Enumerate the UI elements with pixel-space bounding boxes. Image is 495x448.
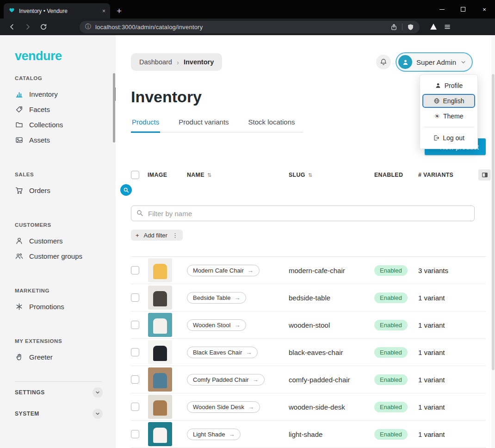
address-bar[interactable]: ⓘ localhost:3000/admin/catalog/inventory xyxy=(80,21,420,33)
filter-by-name-input[interactable] xyxy=(131,205,475,221)
column-header-slug[interactable]: SLUG⇅ xyxy=(289,172,374,178)
table-row: Wooden Side Desk→ wooden-side-desk Enabl… xyxy=(131,393,486,421)
menu-item-profile[interactable]: Profile xyxy=(422,79,475,93)
table-row: Comfy Padded Chair→ comfy-padded-chair E… xyxy=(131,366,486,393)
product-name-link[interactable]: Wooden Side Desk→ xyxy=(187,401,260,413)
product-image xyxy=(148,313,172,337)
sidebar-item-collections[interactable]: Collections xyxy=(15,117,116,132)
forward-button[interactable] xyxy=(21,20,34,33)
sidebar: vendure CATALOG Inventory Facets Collect… xyxy=(0,35,116,448)
status-badge: Enabled xyxy=(374,265,408,276)
tab-products[interactable]: Products xyxy=(131,118,160,132)
column-header-variants[interactable]: # VARIANTS xyxy=(418,172,478,178)
row-checkbox[interactable] xyxy=(131,430,139,438)
breadcrumb-dashboard[interactable]: Dashboard xyxy=(139,58,172,66)
menu-item-label: Profile xyxy=(445,82,463,89)
sidebar-item-customers[interactable]: Customers xyxy=(15,233,116,249)
reload-button[interactable] xyxy=(37,20,50,33)
search-toggle-button[interactable] xyxy=(120,184,132,196)
product-name-link[interactable]: Black Eaves Chair→ xyxy=(187,347,258,358)
brave-shield-icon[interactable] xyxy=(407,24,414,31)
product-name-link[interactable]: Light Shade→ xyxy=(187,429,241,440)
column-header-name[interactable]: NAME⇅ xyxy=(187,172,289,178)
sidebar-item-facets[interactable]: Facets xyxy=(15,102,116,117)
menu-item-label: Theme xyxy=(443,112,464,120)
browser-window: Inventory • Vendure × + × ⓘ localhost:30… xyxy=(0,0,495,448)
sidebar-item-label: Greeter xyxy=(29,353,53,361)
row-checkbox[interactable] xyxy=(131,375,139,384)
close-window-button[interactable]: × xyxy=(474,0,495,19)
menu-item-theme[interactable]: ☀ Theme xyxy=(422,109,475,123)
theme-icon: ☀ xyxy=(434,112,440,120)
address-bar-divider xyxy=(402,24,402,30)
sidebar-item-system[interactable]: SYSTEM xyxy=(15,403,103,424)
browser-tab[interactable]: Inventory • Vendure × xyxy=(4,3,110,19)
sidebar-item-label: Orders xyxy=(29,187,50,194)
close-icon: × xyxy=(483,6,486,13)
main-scrollbar-thumb[interactable] xyxy=(492,74,495,370)
column-header-image[interactable]: IMAGE xyxy=(148,172,187,178)
status-badge: Enabled xyxy=(374,402,408,412)
tab-close-icon[interactable]: × xyxy=(101,8,106,14)
sort-icon[interactable]: ⇅ xyxy=(207,172,212,178)
tab-product-variants[interactable]: Product variants xyxy=(178,118,229,132)
select-all-checkbox[interactable] xyxy=(131,171,139,179)
product-table: Modern Cafe Chair→ modern-cafe-chair Ena… xyxy=(131,256,486,448)
product-name-link[interactable]: Bedside Table→ xyxy=(187,292,246,304)
status-badge: Enabled xyxy=(374,347,408,358)
section-label-my-extensions: MY EXTENSIONS xyxy=(15,338,116,344)
sidebar-item-customer-groups[interactable]: Customer groups xyxy=(15,249,116,264)
row-checkbox[interactable] xyxy=(131,321,139,329)
brave-rewards-icon[interactable] xyxy=(429,22,438,31)
share-icon[interactable] xyxy=(390,24,397,31)
column-header-enabled[interactable]: ENABLED xyxy=(374,172,418,178)
sidebar-item-settings[interactable]: SETTINGS xyxy=(15,382,103,403)
sort-icon[interactable]: ⇅ xyxy=(308,172,313,178)
sidebar-item-label: SYSTEM xyxy=(15,411,39,417)
product-name-link[interactable]: Comfy Padded Chair→ xyxy=(187,374,265,386)
row-checkbox[interactable] xyxy=(131,293,139,302)
new-tab-button[interactable]: + xyxy=(117,6,122,15)
main-scrollbar[interactable] xyxy=(491,35,495,448)
maximize-button[interactable] xyxy=(452,0,474,19)
sidebar-item-label: Collections xyxy=(29,121,63,129)
product-slug: wooden-stool xyxy=(289,321,374,329)
more-options-icon[interactable]: ⋮ xyxy=(172,232,178,239)
site-info-icon[interactable]: ⓘ xyxy=(85,23,91,31)
column-settings-button[interactable] xyxy=(478,169,491,180)
orders-icon xyxy=(15,187,23,195)
back-button[interactable] xyxy=(6,20,19,33)
app-area: vendure CATALOG Inventory Facets Collect… xyxy=(0,35,495,448)
sidebar-scrollbar[interactable] xyxy=(113,73,115,143)
profile-icon xyxy=(435,82,441,89)
row-checkbox[interactable] xyxy=(131,403,139,411)
minimize-button[interactable] xyxy=(431,0,452,19)
section-label-customers: CUSTOMERS xyxy=(15,222,116,228)
minimize-icon xyxy=(439,9,445,10)
section-label-sales: SALES xyxy=(15,172,116,177)
sidebar-item-promotions[interactable]: Promotions xyxy=(15,299,116,314)
user-menu-button[interactable]: Super Admin xyxy=(396,53,472,71)
product-name-link[interactable]: Modern Cafe Chair→ xyxy=(187,265,260,276)
row-checkbox[interactable] xyxy=(131,348,139,356)
browser-toolbar: ⓘ localhost:3000/admin/catalog/inventory xyxy=(0,19,495,35)
thumb-shape xyxy=(153,346,167,361)
notifications-button[interactable] xyxy=(376,55,391,69)
add-filter-button[interactable]: + Add filter ⋮ xyxy=(131,230,183,241)
sidebar-item-orders[interactable]: Orders xyxy=(15,183,116,198)
row-checkbox[interactable] xyxy=(131,266,139,274)
sidebar-item-greeter[interactable]: Greeter xyxy=(15,349,116,365)
tab-stock-locations[interactable]: Stock locations xyxy=(248,118,296,132)
product-slug: black-eaves-chair xyxy=(289,348,374,356)
breadcrumb-inventory[interactable]: Inventory xyxy=(184,58,214,66)
thumb-shape xyxy=(153,291,167,306)
arrow-right-icon: → xyxy=(229,431,235,438)
menu-button[interactable] xyxy=(444,23,451,31)
sidebar-item-assets[interactable]: Assets xyxy=(15,132,116,148)
menu-item-english[interactable]: English xyxy=(422,94,475,108)
maximize-icon xyxy=(461,7,465,12)
variant-count: 1 variant xyxy=(418,294,478,302)
product-name-link[interactable]: Wooden Stool→ xyxy=(187,319,246,331)
sidebar-item-inventory[interactable]: Inventory xyxy=(15,87,116,102)
menu-item-log-out[interactable]: Log out xyxy=(422,131,475,145)
